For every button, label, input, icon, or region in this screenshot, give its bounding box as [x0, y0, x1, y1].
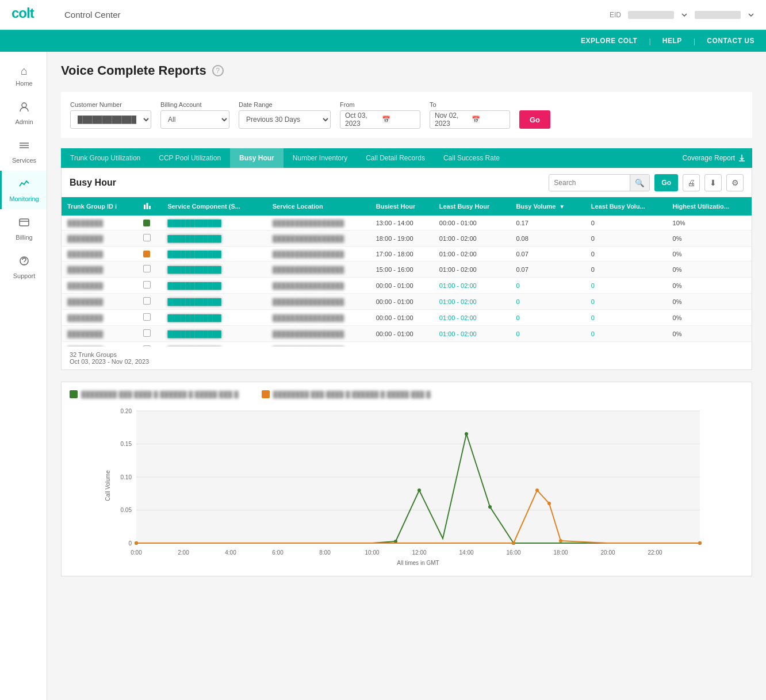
contact-us-link[interactable]: CONTACT US: [707, 37, 754, 45]
service-component-7[interactable]: ████████████: [167, 330, 221, 337]
help-link[interactable]: HELP: [662, 37, 682, 45]
settings-button[interactable]: ⚙: [726, 174, 744, 191]
user-dropdown-icon[interactable]: [748, 11, 754, 18]
support-icon: [18, 255, 30, 270]
sidebar-item-home[interactable]: ⌂ Home: [0, 57, 47, 94]
service-component-1[interactable]: ████████████: [167, 235, 221, 242]
least-busy-volume-8: 0: [585, 342, 667, 347]
svg-rect-9: [144, 205, 145, 209]
billing-account-label: Billing Account: [160, 101, 229, 108]
row-checkbox-1[interactable]: [143, 234, 151, 241]
color-indicator-2: [143, 251, 150, 257]
least-busy-volume-6: 0: [585, 310, 667, 326]
search-input[interactable]: [549, 175, 630, 191]
table-actions: 🔍 Go 🖨 ⬇ ⚙: [549, 174, 744, 191]
to-calendar-icon[interactable]: 📅: [472, 116, 505, 124]
coverage-report-button[interactable]: Coverage Report: [683, 153, 746, 163]
tab-busy-hour[interactable]: Busy Hour: [230, 148, 284, 168]
print-button[interactable]: 🖨: [683, 174, 700, 191]
tab-ccp-pool[interactable]: CCP Pool Utilization: [150, 148, 230, 168]
from-date-input[interactable]: Oct 03, 2023 📅: [340, 110, 420, 129]
row-checkbox-7[interactable]: [143, 329, 151, 337]
svg-text:colt: colt: [12, 5, 35, 20]
service-location-1: ████████████████: [273, 235, 344, 242]
app-title: Control Center: [64, 10, 121, 20]
from-date-group: From Oct 03, 2023 📅: [340, 101, 420, 129]
date-range-select[interactable]: Previous 30 Days: [239, 110, 331, 129]
table-scroll-container: Trunk Group ID i Service Component (S...…: [62, 197, 752, 347]
tab-number-inventory[interactable]: Number Inventory: [284, 148, 357, 168]
row-checkbox-5[interactable]: [143, 297, 151, 305]
svg-text:0: 0: [128, 540, 132, 547]
help-icon[interactable]: ?: [212, 65, 224, 76]
svg-text:Call Volume: Call Volume: [105, 470, 111, 501]
row-checkbox-3[interactable]: [143, 265, 151, 272]
filter-go-button[interactable]: Go: [519, 110, 550, 129]
svg-point-8: [24, 264, 25, 265]
search-go-button[interactable]: Go: [654, 174, 678, 191]
row-checkbox-8[interactable]: [143, 345, 151, 347]
service-component-6[interactable]: ████████████: [167, 314, 221, 321]
svg-text:8:00: 8:00: [319, 549, 331, 556]
orange-dot-175: [547, 502, 551, 505]
svg-text:0.20: 0.20: [121, 408, 132, 414]
tab-trunk-group[interactable]: Trunk Group Utilization: [61, 148, 150, 168]
eid-value: [628, 11, 674, 19]
svg-text:2:00: 2:00: [178, 549, 189, 556]
least-busy-hour-3: 01:00 - 02:00: [434, 261, 511, 278]
billing-account-select[interactable]: All: [160, 110, 229, 129]
table-row: ████████████████████████████████████15:0…: [62, 261, 752, 278]
chart-svg: 0.20 0.15 0.10 0.05 0 Call Volume 0:00 2…: [70, 405, 744, 566]
legend-label-orange: ████████ ███ ████ █ ██████ █ █████ ███ █: [273, 391, 431, 398]
explore-colt-link[interactable]: EXPLORE COLT: [581, 37, 637, 45]
busiest-hour-8: 00:00 - 01:00: [370, 342, 434, 347]
trunk-id-7: ████████: [67, 330, 103, 337]
service-component-3[interactable]: ████████████: [167, 266, 221, 273]
chart-legend: ████████ ███ ████ █ ██████ █ █████ ███ █…: [70, 390, 744, 398]
logo: colt: [12, 5, 41, 24]
sidebar-item-support[interactable]: Support: [0, 248, 47, 286]
sidebar: ⌂ Home Admin Services Monitoring Billi: [0, 52, 47, 700]
search-icon-button[interactable]: 🔍: [630, 175, 649, 191]
trunk-id-4: ████████: [67, 282, 103, 289]
col-trunk-group-id: Trunk Group ID i: [62, 197, 137, 216]
least-busy-hour-2: 01:00 - 02:00: [434, 247, 511, 261]
eid-dropdown-icon[interactable]: [681, 11, 688, 18]
svg-rect-10: [147, 203, 148, 209]
least-busy-hour-6: 01:00 - 02:00: [434, 310, 511, 326]
row-checkbox-4[interactable]: [143, 281, 151, 289]
page-title: Voice Complete Reports: [61, 63, 206, 78]
sidebar-item-billing[interactable]: Billing: [0, 209, 47, 248]
home-icon: ⌂: [21, 64, 28, 78]
service-location-5: ████████████████: [273, 298, 344, 305]
billing-account-group: Billing Account All: [160, 101, 229, 129]
sidebar-item-admin[interactable]: Admin: [0, 94, 47, 132]
sidebar-item-services[interactable]: Services: [0, 132, 47, 171]
green-dot-12: [418, 489, 421, 492]
customer-number-select[interactable]: ████████████: [70, 110, 151, 129]
green-dot-13: [465, 432, 468, 436]
download-button[interactable]: ⬇: [704, 174, 722, 191]
tab-call-detail[interactable]: Call Detail Records: [357, 148, 434, 168]
to-date-input[interactable]: Nov 02, 2023 📅: [430, 110, 510, 129]
table-row: ████████████████████████████████████00:0…: [62, 342, 752, 347]
main-layout: ⌂ Home Admin Services Monitoring Billi: [0, 52, 766, 700]
secondary-nav: EXPLORE COLT | HELP | CONTACT US: [0, 30, 766, 52]
service-component-5[interactable]: ████████████: [167, 298, 221, 305]
tab-call-success[interactable]: Call Success Rate: [434, 148, 509, 168]
from-calendar-icon[interactable]: 📅: [382, 116, 415, 124]
chart-section: ████████ ███ ████ █ ██████ █ █████ ███ █…: [61, 382, 752, 576]
service-component-0[interactable]: ████████████: [167, 220, 221, 226]
service-location-6: ████████████████: [273, 314, 344, 321]
service-component-4[interactable]: ████████████: [167, 282, 221, 289]
service-component-2[interactable]: ████████████: [167, 251, 221, 257]
col-least-busy-volume: Least Busy Volu...: [585, 197, 667, 216]
highest-util-7: 0%: [667, 326, 752, 342]
sidebar-label-billing: Billing: [16, 234, 32, 241]
least-busy-volume-5: 0: [585, 294, 667, 310]
sidebar-item-monitoring[interactable]: Monitoring: [0, 171, 47, 209]
row-checkbox-6[interactable]: [143, 313, 151, 321]
least-busy-hour-8: 01:00 - 02:00: [434, 342, 511, 347]
section-title: Busy Hour: [70, 178, 116, 188]
orange-dot-16: [512, 541, 515, 545]
